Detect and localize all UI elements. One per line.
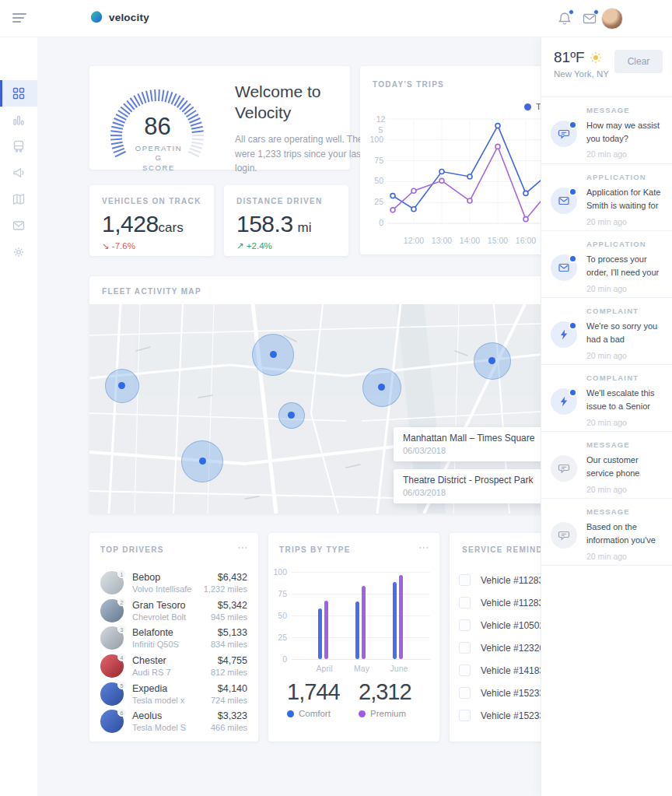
menu-icon[interactable] xyxy=(12,13,26,24)
fleet-bubble-dot xyxy=(118,382,125,389)
x-tick-label: 12:00 xyxy=(398,236,429,245)
sidebar-item-map[interactable] xyxy=(0,186,37,212)
message-category: APPLICATION xyxy=(586,240,667,248)
sidebar-item-settings[interactable] xyxy=(0,239,37,265)
right-panel: 81ºF New York, NY Clear MESSAGE How may … xyxy=(541,37,672,796)
tooltip-date: 06/03/2018 xyxy=(403,488,549,497)
message-item[interactable]: COMPLAINT We'll escalate this issue to a… xyxy=(541,365,672,432)
premium-dot xyxy=(359,710,366,717)
inbox-mail-icon[interactable] xyxy=(582,11,597,26)
message-item[interactable]: APPLICATION Application for Kate Smith i… xyxy=(541,164,672,231)
map-tooltip[interactable]: Manhattan Mall – Times Square 06/03/2018 xyxy=(394,427,558,461)
fleet-bubble-dot xyxy=(488,357,495,364)
data-point xyxy=(411,207,416,212)
message-time: 20 min ago xyxy=(586,418,667,427)
reminder-checkbox[interactable] xyxy=(459,597,471,608)
rank-badge: 4 xyxy=(117,653,126,661)
gauge-tick xyxy=(191,142,203,145)
message-item[interactable]: MESSAGE Based on the information you've … xyxy=(541,499,672,566)
fleet-bubble-dot xyxy=(288,412,295,419)
chat-icon xyxy=(551,522,577,549)
message-item[interactable]: COMPLAINT We're so sorry you had a bad e… xyxy=(541,298,672,365)
fleet-bubble[interactable] xyxy=(474,342,511,380)
sidebar xyxy=(0,37,37,796)
message-time: 20 min ago xyxy=(586,284,667,293)
stat-label: VEHICLES ON TRACK xyxy=(102,197,201,205)
fleet-bubble[interactable] xyxy=(252,334,294,376)
trips-by-type-title: TRIPS BY TYPE xyxy=(279,545,351,554)
driver-car-avatar: 5 xyxy=(100,682,124,706)
data-point xyxy=(495,144,500,149)
message-text: Our customer service phone number is... xyxy=(586,454,667,480)
fleet-bubble[interactable] xyxy=(362,368,401,407)
driver-row[interactable]: 4 ChesterAudi RS 7 $4,755812 miles xyxy=(100,652,247,680)
notifications-bell-icon[interactable] xyxy=(557,11,572,26)
driver-row[interactable]: 5 ExpediaTesla model x $4,140724 miles xyxy=(100,680,247,708)
y-tick-label: 0 xyxy=(270,654,287,664)
driver-car-avatar: 2 xyxy=(100,599,124,622)
fleet-bubble[interactable] xyxy=(278,402,305,429)
user-avatar[interactable] xyxy=(601,8,623,30)
notification-unread-dot xyxy=(569,9,574,15)
gauge-tick xyxy=(111,142,123,145)
sidebar-item-messages[interactable] xyxy=(0,212,37,239)
x-tick-label: May xyxy=(341,664,382,673)
reminder-checkbox[interactable] xyxy=(459,619,471,631)
top-nav: velocity xyxy=(0,0,672,37)
more-menu-icon[interactable]: ⋯ xyxy=(237,541,249,553)
message-time: 20 min ago xyxy=(586,552,667,561)
y-tick-label: 75 xyxy=(270,589,287,598)
todays-trips-title: TODAY'S TRIPS xyxy=(373,80,444,89)
reminder-checkbox[interactable] xyxy=(459,574,471,586)
message-item[interactable]: MESSAGE Our customer service phone numbe… xyxy=(541,432,672,499)
x-tick-label: June xyxy=(379,664,419,673)
map-tooltip[interactable]: Theatre District - Prospect Park 06/03/2… xyxy=(394,469,558,503)
bar-chart-icon xyxy=(12,113,26,127)
gauge-tick xyxy=(162,90,163,102)
clear-button[interactable]: Clear xyxy=(614,50,663,73)
sidebar-item-vehicles[interactable] xyxy=(0,133,37,160)
message-item[interactable]: APPLICATION To process your order, I'll … xyxy=(541,231,672,298)
stat-value: 1,428 xyxy=(102,211,159,237)
brand-name: velocity xyxy=(109,12,149,23)
drivers-list: 1 BebopVolvo Intellisafe $6,4321,232 mil… xyxy=(100,569,247,735)
welcome-card: 86 OPERATIN G SCORE Welcome to Velocity … xyxy=(89,66,350,170)
sidebar-item-announcements[interactable] xyxy=(0,160,37,186)
data-point xyxy=(523,217,528,222)
bar-comfort xyxy=(318,608,322,659)
data-point xyxy=(495,124,500,128)
gauge-tick xyxy=(191,146,201,149)
sidebar-item-analytics[interactable] xyxy=(0,107,37,133)
driver-row[interactable]: 6 AeolusTesla Model S $3,323466 miles xyxy=(100,707,247,735)
data-point xyxy=(467,174,472,179)
reminder-checkbox[interactable] xyxy=(459,665,471,676)
tooltip-title: Manhattan Mall – Times Square xyxy=(403,433,549,444)
velocity-dashboard: velocity 86 OPERATIN G SCORE Welcome to … xyxy=(0,0,672,796)
sidebar-item-dashboard[interactable] xyxy=(0,80,37,107)
premium-total-value: 2,312 xyxy=(359,679,411,705)
reminder-checkbox[interactable] xyxy=(459,642,471,654)
sun-icon xyxy=(590,51,602,64)
reminder-checkbox[interactable] xyxy=(459,710,471,721)
trips-bar-chart xyxy=(292,572,430,659)
message-time: 20 min ago xyxy=(586,485,667,494)
gear-icon xyxy=(12,245,26,259)
driver-car-avatar: 4 xyxy=(100,654,124,678)
brand-logo[interactable]: velocity xyxy=(89,10,149,24)
driver-miles: 1,232 miles xyxy=(204,584,247,594)
reminder-checkbox[interactable] xyxy=(459,687,471,699)
mail-unread-dot xyxy=(593,9,599,15)
gauge-tick xyxy=(165,91,167,103)
fleet-bubble[interactable] xyxy=(105,369,139,403)
gauge-tick xyxy=(114,149,124,153)
comfort-total-value: 1,744 xyxy=(287,679,340,705)
message-category: COMPLAINT xyxy=(586,373,667,382)
driver-row[interactable]: 3 BelafonteInfiniti Q50S $5,133834 miles xyxy=(100,624,247,652)
message-item[interactable]: MESSAGE How may we assist you today? 20 … xyxy=(541,97,672,164)
driver-row[interactable]: 1 BebopVolvo Intellisafe $6,4321,232 mil… xyxy=(100,569,247,597)
driver-row[interactable]: 2 Gran TesoroChevrolet Bolt $5,342945 mi… xyxy=(100,597,247,625)
tooltip-title: Theatre District - Prospect Park xyxy=(403,475,549,486)
more-menu-icon[interactable]: ⋯ xyxy=(418,541,430,553)
comfort-label: Comfort xyxy=(299,709,331,718)
fleet-bubble[interactable] xyxy=(181,440,223,482)
